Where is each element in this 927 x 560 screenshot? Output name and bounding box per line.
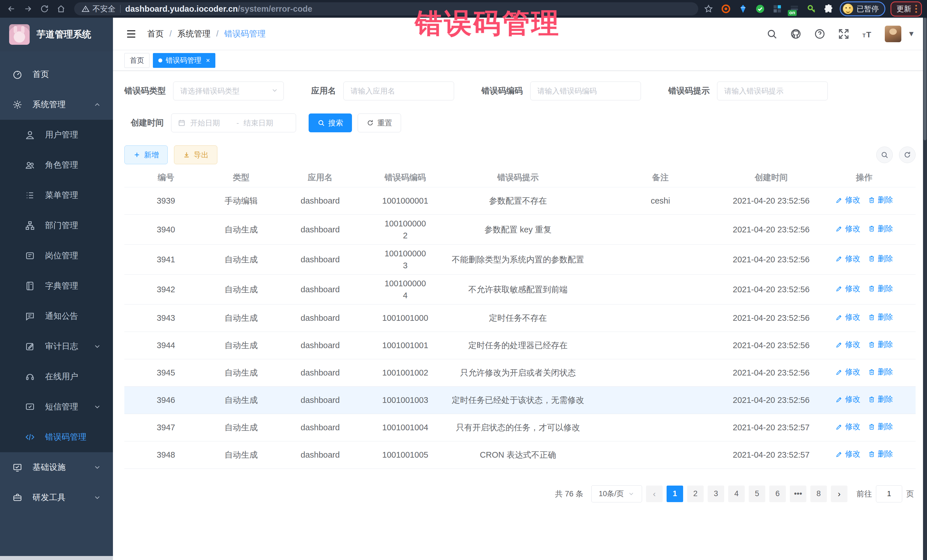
user-avatar[interactable] (885, 26, 901, 42)
error-tip-field[interactable] (717, 82, 828, 100)
forward-icon[interactable] (22, 3, 34, 15)
extensions-puzzle-icon[interactable] (823, 3, 834, 15)
breadcrumb-item[interactable]: 错误码管理 (224, 28, 266, 39)
font-size-icon[interactable]: TT (861, 27, 874, 41)
sidebar-item-online[interactable]: 在线用户 (0, 361, 113, 392)
hamburger-icon[interactable] (125, 28, 137, 40)
edit-link[interactable]: 修改 (836, 253, 860, 264)
sidebar-item-notice[interactable]: 通知公告 (0, 301, 113, 331)
extension-on-badge-icon[interactable]: on (789, 3, 800, 15)
help-icon[interactable] (813, 27, 827, 41)
github-icon[interactable] (789, 27, 802, 41)
error-code-field[interactable] (530, 82, 641, 100)
page-button-4[interactable]: 4 (728, 486, 745, 502)
delete-link[interactable]: 删除 (868, 339, 893, 350)
sidebar-item-devtool[interactable]: 研发工具 (0, 483, 113, 513)
search-icon[interactable] (765, 27, 779, 41)
sidebar-item-home[interactable]: 首页 (0, 59, 113, 90)
refresh-table-icon[interactable] (899, 147, 916, 163)
bookmark-star-icon[interactable] (702, 3, 715, 15)
sidebar-item-user[interactable]: 用户管理 (0, 120, 113, 150)
delete-link[interactable]: 删除 (868, 366, 893, 378)
page-button-5[interactable]: 5 (749, 486, 765, 502)
extension-orange-icon[interactable] (720, 3, 732, 15)
update-button[interactable]: 更新 (891, 2, 922, 17)
page-button-8[interactable]: 8 (810, 486, 827, 502)
address-bar[interactable]: 不安全 dashboard.yudao.iocoder.cn/system/er… (74, 2, 698, 15)
error-type-select[interactable] (173, 82, 284, 100)
breadcrumb-item[interactable]: 系统管理 (178, 28, 211, 39)
extension-green-check-icon[interactable] (754, 3, 766, 15)
logo-row[interactable]: 芋道管理系统 (0, 18, 113, 51)
error-tip-input[interactable] (723, 87, 821, 96)
home-icon[interactable] (55, 3, 67, 15)
sidebar-item-post[interactable]: 岗位管理 (0, 241, 113, 271)
tab-home[interactable]: 首页 (125, 53, 149, 68)
reset-button[interactable]: 重置 (358, 114, 401, 132)
page-button-1[interactable]: 1 (667, 486, 683, 502)
toggle-search-icon[interactable] (876, 147, 893, 163)
sidebar-item-errcode[interactable]: 错误码管理 (0, 422, 113, 452)
end-date-input[interactable] (243, 118, 286, 128)
sidebar-item-dict[interactable]: 字典管理 (0, 271, 113, 301)
add-button[interactable]: 新增 (125, 146, 168, 164)
reload-icon[interactable] (38, 3, 51, 15)
edit-link[interactable]: 修改 (836, 312, 860, 323)
delete-link[interactable]: 删除 (868, 394, 893, 405)
goto-page-input[interactable] (876, 485, 902, 502)
delete-link[interactable]: 删除 (868, 253, 893, 264)
more-pages-button[interactable]: ••• (790, 486, 806, 502)
app-name-input[interactable] (350, 87, 448, 96)
delete-link[interactable]: 删除 (868, 449, 893, 460)
sidebar-item-audit[interactable]: 审计日志 (0, 331, 113, 361)
delete-link[interactable]: 删除 (868, 283, 893, 294)
extension-gem-icon[interactable] (737, 3, 749, 15)
sidebar-item-dept[interactable]: 部门管理 (0, 211, 113, 241)
delete-link[interactable]: 删除 (868, 421, 893, 432)
delete-link[interactable]: 删除 (868, 223, 893, 234)
app-name-field[interactable] (343, 82, 454, 100)
tab-errcode[interactable]: 错误码管理× (153, 53, 215, 68)
next-page-button[interactable]: › (831, 486, 847, 502)
delete-link[interactable]: 删除 (868, 312, 893, 323)
edit-link[interactable]: 修改 (836, 394, 860, 405)
browser-scrollbar[interactable] (923, 18, 927, 560)
edit-link[interactable]: 修改 (836, 194, 860, 206)
kebab-menu-icon[interactable] (915, 5, 917, 13)
error-type-select-input[interactable] (180, 87, 277, 96)
scrollbar-thumb[interactable] (924, 18, 926, 140)
not-secure-warning[interactable]: 不安全 (82, 4, 115, 14)
page-button-3[interactable]: 3 (708, 486, 724, 502)
sidebar-item-role[interactable]: 角色管理 (0, 150, 113, 180)
page-size-select[interactable]: 10条/页 (591, 485, 642, 502)
error-code-input[interactable] (537, 87, 634, 96)
edit-link[interactable]: 修改 (836, 421, 860, 432)
fullscreen-icon[interactable] (837, 27, 851, 41)
extension-grid-icon[interactable] (771, 3, 783, 15)
page-button-6[interactable]: 6 (769, 486, 786, 502)
edit-link[interactable]: 修改 (836, 449, 860, 460)
profile-chip[interactable]: 已暂停 (840, 2, 885, 16)
sidebar-item-menu[interactable]: 菜单管理 (0, 180, 113, 211)
export-button[interactable]: 导出 (174, 146, 217, 164)
prev-page-button[interactable]: ‹ (646, 486, 663, 502)
start-date-input[interactable] (190, 118, 233, 128)
download-icon (183, 151, 190, 159)
sidebar-item-system[interactable]: 系统管理 (0, 90, 113, 120)
edit-link[interactable]: 修改 (836, 366, 860, 378)
sidebar-item-sms[interactable]: 短信管理 (0, 392, 113, 422)
edit-link[interactable]: 修改 (836, 339, 860, 350)
search-button[interactable]: 搜索 (308, 114, 352, 132)
delete-link[interactable]: 删除 (868, 194, 893, 206)
back-icon[interactable] (5, 3, 18, 15)
edit-link[interactable]: 修改 (836, 223, 860, 234)
chevron-down-icon[interactable]: ▼ (907, 29, 915, 38)
breadcrumb-item[interactable]: 首页 (147, 28, 164, 39)
sidebar-item-infra[interactable]: 基础设施 (0, 452, 113, 483)
edit-link[interactable]: 修改 (836, 283, 860, 294)
page-button-2[interactable]: 2 (687, 486, 704, 502)
extension-key-icon[interactable] (805, 3, 818, 15)
close-tab-icon[interactable]: × (206, 56, 210, 64)
row-id: 3941 (125, 244, 207, 274)
date-range-picker[interactable]: - (171, 114, 296, 132)
